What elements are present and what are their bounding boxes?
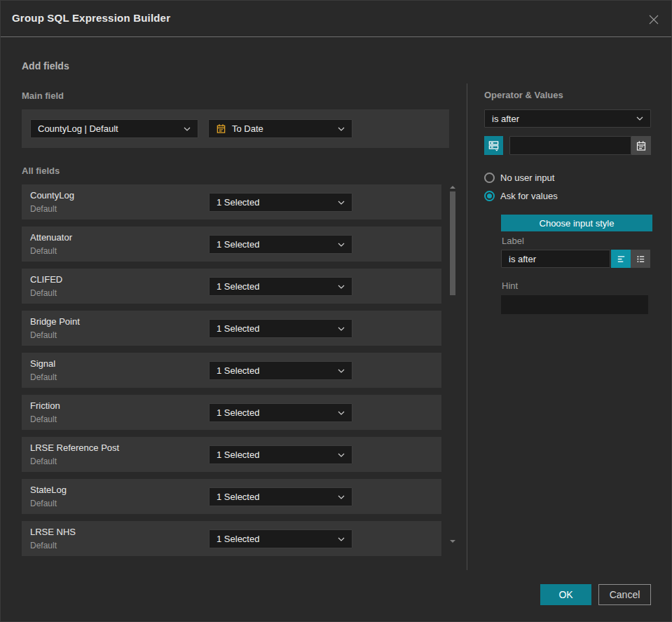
field-selection-select[interactable]: 1 Selected (209, 487, 352, 506)
main-field-heading: Main field (22, 90, 64, 101)
panel-divider (467, 83, 467, 570)
label-input[interactable] (501, 250, 610, 268)
field-selection-select[interactable]: 1 Selected (209, 277, 352, 296)
input-style-text-button[interactable] (611, 250, 631, 268)
main-field-select-value: CountyLog | Default (38, 123, 118, 134)
field-name: LRSE Reference Post (30, 442, 119, 453)
calendar-icon (216, 123, 226, 134)
chevron-down-icon (338, 243, 345, 247)
field-subtitle: Default (30, 541, 57, 550)
list-scrollbar[interactable] (450, 184, 455, 544)
date-picker-button[interactable] (631, 136, 651, 155)
field-name: CountyLog (30, 190, 74, 201)
field-subtitle: Default (30, 204, 57, 214)
field-subtitle: Default (30, 372, 57, 382)
field-name: Bridge Point (30, 316, 80, 327)
field-subtitle: Default (30, 288, 57, 298)
field-subtitle: Default (30, 330, 57, 340)
label-caption: Label (502, 236, 524, 246)
calendar-icon (636, 140, 647, 151)
field-selection-select[interactable]: 1 Selected (209, 193, 352, 212)
field-subtitle: Default (30, 457, 57, 466)
field-row: CLIFED Default 1 Selected (22, 269, 441, 304)
chevron-down-icon (636, 116, 643, 121)
scrollbar-down-arrow-icon[interactable] (450, 539, 455, 544)
field-name: Signal (30, 358, 55, 369)
chevron-down-icon (338, 537, 345, 541)
field-row: LRSE Reference Post Default 1 Selected (22, 437, 441, 472)
field-name: Friction (30, 400, 60, 411)
field-selection-select[interactable]: 1 Selected (209, 403, 352, 422)
field-row: LRSE NHS Default 1 Selected (22, 521, 441, 556)
chevron-down-icon (338, 285, 345, 289)
radio-circle-icon (484, 173, 495, 183)
operator-select[interactable]: is after (484, 109, 651, 128)
input-style-list-button[interactable] (631, 250, 650, 268)
scrollbar-thumb[interactable] (450, 191, 455, 295)
chevron-down-icon (338, 411, 345, 415)
all-fields-heading: All fields (22, 165, 60, 176)
chevron-down-icon (338, 201, 345, 205)
scrollbar-up-arrow-icon[interactable] (450, 184, 455, 190)
chevron-down-icon (338, 327, 345, 331)
field-name: CLIFED (30, 274, 62, 285)
field-row: Friction Default 1 Selected (22, 395, 441, 430)
field-name: LRSE NHS (30, 527, 76, 537)
field-name: Attenuator (30, 232, 72, 243)
hint-input[interactable] (501, 295, 648, 314)
field-selection-select[interactable]: 1 Selected (209, 235, 352, 254)
radio-circle-selected-icon (484, 191, 495, 201)
field-row: CountyLog Default 1 Selected (22, 184, 441, 219)
value-source-button[interactable] (484, 136, 503, 155)
dialog-title: Group SQL Expression Builder (12, 12, 170, 24)
ok-button[interactable]: OK (540, 584, 591, 605)
field-selection-select[interactable]: 1 Selected (209, 445, 352, 464)
field-row: Bridge Point Default 1 Selected (22, 311, 441, 346)
field-selection-select[interactable]: 1 Selected (209, 361, 352, 380)
radio-no-user-input[interactable]: No user input (484, 173, 554, 183)
field-type-select-value: To Date (232, 123, 263, 134)
all-fields-list: CountyLog Default 1 Selected Attenuator … (22, 184, 441, 556)
chevron-down-icon (338, 453, 345, 457)
align-left-icon (616, 254, 626, 264)
hint-caption: Hint (502, 280, 518, 291)
field-selection-select[interactable]: 1 Selected (209, 319, 352, 338)
field-subtitle: Default (30, 246, 57, 256)
value-input[interactable] (509, 136, 631, 155)
choose-input-style-button[interactable]: Choose input style (501, 215, 652, 231)
field-row: StateLog Default 1 Selected (22, 479, 441, 514)
radio-ask-for-values[interactable]: Ask for values (484, 191, 558, 201)
chevron-down-icon (338, 127, 345, 131)
main-field-select[interactable]: CountyLog | Default (30, 119, 198, 138)
field-row: Signal Default 1 Selected (22, 353, 441, 388)
chevron-down-icon (338, 369, 345, 373)
field-type-select[interactable]: To Date (208, 119, 352, 138)
field-subtitle: Default (30, 414, 57, 424)
chevron-down-icon (338, 495, 345, 499)
field-name: StateLog (30, 485, 67, 495)
values-stack-icon (488, 140, 500, 151)
add-fields-heading: Add fields (22, 60, 69, 72)
chevron-down-icon (184, 127, 191, 131)
field-row: Attenuator Default 1 Selected (22, 227, 441, 262)
operator-select-value: is after (492, 114, 519, 124)
operator-values-heading: Operator & Values (484, 90, 563, 100)
field-subtitle: Default (30, 499, 57, 508)
bullet-list-icon (636, 254, 646, 264)
title-bar: Group SQL Expression Builder (1, 1, 671, 37)
group-sql-expression-builder-dialog: Group SQL Expression Builder Add fields … (0, 0, 672, 622)
main-field-panel: CountyLog | Default To Date (22, 109, 449, 148)
cancel-button[interactable]: Cancel (598, 584, 651, 605)
field-selection-select[interactable]: 1 Selected (209, 529, 352, 548)
close-icon[interactable] (646, 12, 661, 27)
